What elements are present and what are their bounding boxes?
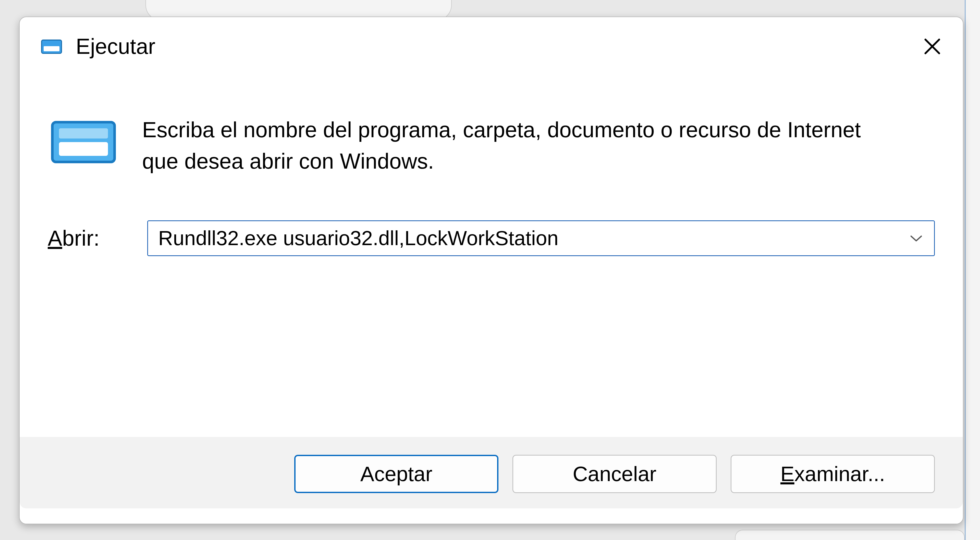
ok-button[interactable]: Aceptar [294, 455, 498, 493]
background-panel-right [965, 0, 980, 540]
titlebar: Ejecutar [20, 17, 963, 76]
dialog-description: Escriba el nombre del programa, carpeta,… [142, 114, 882, 177]
open-label-accel: A [48, 226, 62, 250]
open-input[interactable] [158, 227, 908, 250]
svg-rect-5 [59, 142, 108, 156]
browse-rest: xaminar... [794, 462, 885, 485]
close-icon [923, 38, 941, 56]
chevron-down-icon[interactable] [908, 230, 924, 246]
run-icon-large [48, 117, 119, 168]
dialog-content: Escriba el nombre del programa, carpeta,… [20, 76, 963, 524]
button-row: Aceptar Cancelar Examinar... [20, 437, 963, 508]
browse-accel: E [780, 462, 794, 485]
browse-button[interactable]: Examinar... [731, 455, 935, 493]
open-row: Abrir: [48, 221, 935, 256]
background-panel-bottom [735, 530, 965, 540]
svg-rect-6 [59, 128, 108, 138]
ok-button-label: Aceptar [360, 462, 433, 486]
open-combobox[interactable] [147, 221, 935, 256]
run-icon [40, 38, 63, 56]
cancel-button[interactable]: Cancelar [512, 455, 717, 493]
browse-button-label: Examinar... [780, 462, 885, 486]
svg-rect-1 [44, 46, 59, 51]
open-label: Abrir: [48, 226, 132, 251]
close-button[interactable] [917, 31, 948, 62]
open-label-rest: brir: [62, 226, 100, 250]
description-row: Escriba el nombre del programa, carpeta,… [48, 114, 935, 177]
cancel-button-label: Cancelar [573, 462, 656, 486]
run-dialog: Ejecutar Escriba el nombre del programa,… [19, 17, 963, 524]
dialog-title: Ejecutar [76, 34, 917, 59]
